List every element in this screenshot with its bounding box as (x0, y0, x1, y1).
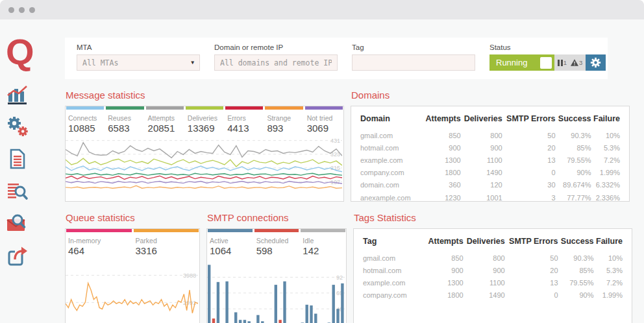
filter-bar: MTA All MTAs ▼ Domain or remote IP Tag S… (65, 38, 608, 79)
status-toggle[interactable]: Running (489, 54, 554, 71)
sidebar-item-message-search[interactable] (6, 212, 32, 235)
column-header: Success (556, 109, 591, 129)
stat-label: Idle (303, 237, 345, 245)
column-header: SMTP Errors (505, 232, 558, 252)
table-cell: 85% (558, 264, 594, 276)
table-cell: 800 (464, 252, 505, 264)
stat-label: Parked (136, 237, 199, 245)
message-statistics-chart: 431323215107 (66, 136, 342, 195)
section-tags-statistics: Tags Statistics TagAttemptsDeliveriesSMT… (353, 202, 632, 323)
table-row[interactable]: example.com130011001379.55%7.2% (360, 154, 620, 166)
table-row[interactable]: gmail.com8508005090.3%10% (360, 129, 620, 141)
table-cell: 7.2% (591, 154, 620, 166)
sidebar-item-statistics[interactable] (6, 82, 32, 106)
table-cell: 850 (423, 129, 461, 141)
domain-label: Domain or remote IP (214, 43, 338, 51)
table-row[interactable]: example.com130011001379.55%7.2% (363, 276, 623, 289)
sidebar-item-export[interactable] (6, 245, 32, 268)
share-export-icon (6, 245, 29, 268)
table-cell: 900 (461, 141, 502, 154)
paused-indicator[interactable]: 1 (558, 59, 567, 66)
table-row[interactable]: domain.com3601203089.674%6.332% (360, 179, 620, 191)
app-window: Q (0, 0, 644, 323)
domain-input[interactable] (214, 54, 338, 71)
table-row[interactable]: hotmail.com9009002085%5.3% (363, 264, 623, 276)
table-cell: 360 (423, 179, 461, 191)
window-dot[interactable] (29, 7, 35, 13)
table-cell: company.com (360, 167, 423, 179)
column-header: Failure (591, 109, 620, 129)
table-cell: 90.3% (556, 129, 591, 141)
stat-value: 598 (256, 245, 299, 256)
settings-button[interactable] (586, 54, 606, 71)
table-cell: 5.3% (591, 141, 620, 154)
queue-statistics-chart: 398829911994 (66, 264, 198, 323)
table-cell: 1100 (464, 276, 505, 289)
stat-color-bar (225, 106, 263, 110)
stat-label: Connects (68, 114, 104, 122)
mta-select-value: All MTAs (82, 58, 118, 67)
section-smtp-connections: SMTP connections Active 1064 (206, 202, 347, 323)
table-cell: 13 (505, 276, 558, 289)
table-cell: company.com (363, 289, 425, 302)
table-cell: 10% (594, 252, 623, 264)
table-cell: gmail.com (360, 129, 423, 141)
window-dot[interactable] (19, 7, 25, 13)
sidebar-item-settings[interactable] (6, 115, 32, 138)
table-row[interactable]: company.com18001490090%1.99% (363, 289, 623, 302)
warning-indicator[interactable]: 3 (571, 59, 582, 66)
table-cell: 900 (423, 141, 461, 154)
stat-value: 142 (303, 245, 345, 256)
mta-label: MTA (77, 43, 200, 51)
table-header-row: TagAttemptsDeliveriesSMTP ErrorsSuccessF… (363, 232, 623, 252)
sidebar-item-documents[interactable] (6, 147, 32, 171)
table-cell: gmail.com (363, 252, 425, 264)
stat-connects: Connects 10885 (66, 106, 104, 134)
table-cell: 800 (461, 129, 502, 141)
stat-value: 3069 (307, 123, 343, 134)
tag-input[interactable] (352, 54, 475, 71)
stat-color-bar (106, 106, 143, 110)
stat-label: In-memory (68, 237, 132, 245)
table-cell: 10% (591, 129, 620, 141)
domains-table: DomainAttemptsDeliveriesSMTP ErrorsSucce… (360, 109, 620, 204)
stat-value: 20851 (148, 123, 184, 134)
table-cell: 50 (502, 129, 556, 141)
table-cell: example.com (363, 276, 425, 289)
table-cell: 900 (425, 264, 464, 276)
section-title: Domains (351, 90, 630, 101)
window-dot[interactable] (8, 7, 14, 13)
table-header-row: DomainAttemptsDeliveriesSMTP ErrorsSucce… (360, 109, 620, 129)
table-row[interactable]: company.com18001490090%1.99% (360, 167, 620, 179)
document-icon (6, 147, 29, 171)
stat-label: Scheduled (256, 237, 299, 245)
table-cell: 1300 (425, 276, 464, 289)
table-cell: 1.99% (594, 289, 623, 302)
table-cell: 13 (502, 154, 556, 166)
app-logo[interactable]: Q (6, 34, 65, 69)
table-cell: 6.332% (591, 179, 620, 191)
status-bar: Running 1 (489, 54, 606, 71)
table-cell: 1300 (423, 154, 461, 166)
stat-value: 4413 (227, 123, 263, 134)
table-row[interactable]: hotmail.com9009002085%5.3% (360, 141, 620, 154)
section-domains: Domains DomainAttemptsDeliveriesSMTP Err… (351, 79, 630, 202)
table-row[interactable]: gmail.com8508005090.3%10% (363, 252, 623, 264)
stat-color-bar (265, 106, 303, 110)
stat-color-bar (301, 229, 345, 232)
section-message-statistics: Message statistics Connects 10885 (65, 79, 344, 202)
table-cell: 0 (505, 289, 558, 302)
section-title: Queue statistics (66, 212, 200, 223)
column-header: Success (558, 232, 594, 252)
stat-value: 3316 (136, 245, 199, 256)
table-cell: 900 (464, 264, 505, 276)
mta-select[interactable]: All MTAs ▼ (77, 54, 200, 71)
stat-label: Errors (227, 114, 263, 122)
stat-value: 893 (267, 123, 303, 134)
stat-value: 6583 (108, 123, 143, 134)
table-cell: 1490 (464, 289, 505, 302)
sidebar-item-log-search[interactable] (6, 180, 32, 203)
stat-label: Attempts (148, 114, 184, 122)
log-search-icon (6, 180, 29, 203)
section-queue-statistics: Queue statistics In-memory 464 (65, 202, 200, 323)
